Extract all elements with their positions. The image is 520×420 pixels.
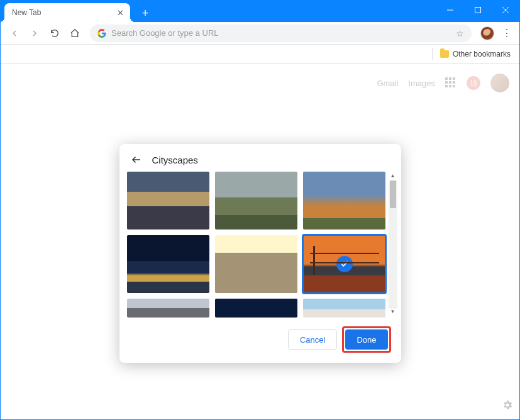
bookmarks-bar: Other bookmarks xyxy=(1,45,519,64)
thumb-overcast-town[interactable] xyxy=(127,299,209,318)
thumb-european-street-dusk[interactable] xyxy=(127,172,209,229)
thumb-golden-gate-sunset[interactable] xyxy=(303,235,385,293)
thumb-cobblestone-alley-bw[interactable] xyxy=(215,235,297,293)
thumb-mountain-castle-autumn[interactable] xyxy=(303,172,385,229)
background-picker-dialog: Cityscapes xyxy=(119,144,401,363)
dialog-footer: Cancel Done xyxy=(119,318,401,363)
bookmark-star-icon[interactable]: ☆ xyxy=(456,28,464,38)
svg-rect-1 xyxy=(475,8,481,13)
thumb-city-night-lights[interactable] xyxy=(127,235,209,293)
back-button[interactable] xyxy=(6,25,23,42)
dialog-title: Cityscapes xyxy=(152,155,198,165)
thumbnail-gallery xyxy=(127,172,389,318)
new-tab-button[interactable]: + xyxy=(136,4,154,22)
check-icon xyxy=(336,256,353,272)
address-bar[interactable]: Search Google or type a URL ☆ xyxy=(90,25,472,42)
dialog-header: Cityscapes xyxy=(119,144,401,172)
highlight-annotation: Done xyxy=(342,326,390,353)
browser-menu-button[interactable]: ⋮ xyxy=(499,27,514,39)
scroll-up-icon[interactable]: ▲ xyxy=(390,173,396,180)
separator xyxy=(432,48,433,60)
google-g-icon xyxy=(97,29,106,38)
title-bar: New Tab ✕ + xyxy=(1,1,519,22)
thumb-deep-blue[interactable] xyxy=(215,299,297,318)
scrollbar[interactable]: ▲ ▼ xyxy=(389,172,397,318)
scroll-track[interactable] xyxy=(389,180,397,309)
page-content: Gmail Images 15 Cityscapes xyxy=(1,64,519,419)
done-button[interactable]: Done xyxy=(345,329,387,350)
thumb-coastal-sky[interactable] xyxy=(303,299,385,318)
scroll-down-icon[interactable]: ▼ xyxy=(390,309,396,316)
back-arrow-icon[interactable] xyxy=(131,154,143,165)
thumb-hilltop-castle-clouds[interactable] xyxy=(215,172,297,229)
cancel-button[interactable]: Cancel xyxy=(288,329,337,350)
browser-tab[interactable]: New Tab ✕ xyxy=(4,3,130,22)
other-bookmarks-button[interactable]: Other bookmarks xyxy=(453,50,511,58)
tab-title: New Tab xyxy=(12,8,110,17)
scroll-thumb[interactable] xyxy=(390,180,396,208)
minimize-button[interactable] xyxy=(436,1,464,19)
modal-scrim: Cityscapes xyxy=(1,64,519,419)
window-controls xyxy=(436,1,519,19)
maximize-button[interactable] xyxy=(464,1,492,19)
browser-window: New Tab ✕ + Search Google or type a URL … xyxy=(0,0,520,420)
profile-avatar[interactable] xyxy=(480,26,494,40)
reload-button[interactable] xyxy=(46,25,64,42)
close-tab-icon[interactable]: ✕ xyxy=(115,8,125,18)
forward-button[interactable] xyxy=(26,25,43,42)
folder-icon xyxy=(440,50,449,58)
close-window-button[interactable] xyxy=(492,1,519,19)
home-button[interactable] xyxy=(66,25,84,42)
omnibox-placeholder: Search Google or type a URL xyxy=(111,28,219,38)
toolbar: Search Google or type a URL ☆ ⋮ xyxy=(1,22,519,45)
